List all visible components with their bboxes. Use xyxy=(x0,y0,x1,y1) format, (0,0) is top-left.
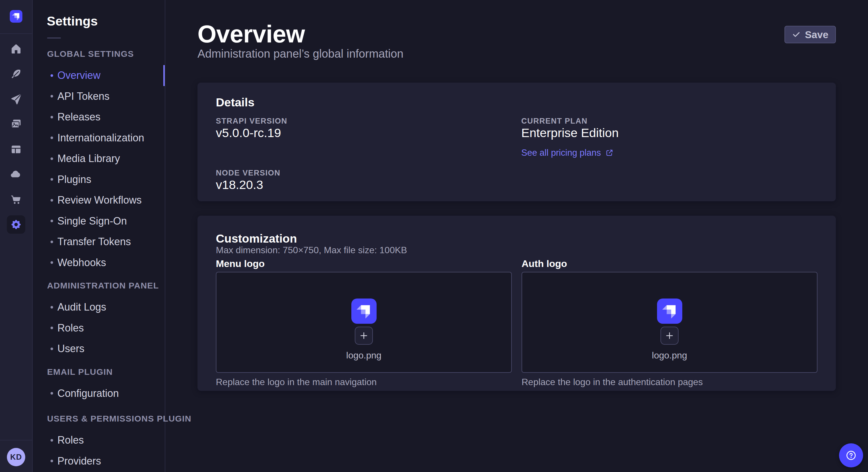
auth-logo-upload: Auth logo logo.png Replace the logo in t… xyxy=(522,258,817,388)
upload-label: Menu logo xyxy=(216,258,512,270)
subnav-item-up-roles[interactable]: Roles xyxy=(33,430,165,451)
upload-hint: Replace the logo in the main navigation xyxy=(216,376,512,388)
field-value: Enterprise Edition xyxy=(521,126,817,140)
section-label: EMAIL PLUGIN xyxy=(47,368,165,376)
menu-logo-upload: Menu logo logo.png Replace the logo in t… xyxy=(216,258,512,388)
subnav-section-administration-panel: ADMINISTRATION PANEL Audit Logs Roles Us… xyxy=(33,281,165,359)
subnav-item-single-sign-on[interactable]: Single Sign-On xyxy=(33,211,165,232)
subnav-item-plugins[interactable]: Plugins xyxy=(33,169,165,190)
subnav-item-users[interactable]: Users xyxy=(33,338,165,359)
bullet-icon xyxy=(51,136,53,139)
upload-hint: Replace the logo in the authentication p… xyxy=(522,376,817,388)
field-node-version: NODE VERSION v18.20.3 xyxy=(216,168,512,192)
page-header: Overview Administration panel’s global i… xyxy=(165,0,868,61)
bullet-icon xyxy=(51,158,53,160)
subnav-item-media-library[interactable]: Media Library xyxy=(33,148,165,169)
field-value: v5.0.0-rc.19 xyxy=(216,126,512,140)
subnav-section-users-permissions-plugin: USERS & PERMISSIONS PLUGIN Roles Provide… xyxy=(33,415,165,471)
main-content: Overview Administration panel’s global i… xyxy=(165,0,868,472)
external-link-icon xyxy=(606,149,613,157)
subnav-item-transfer-tokens[interactable]: Transfer Tokens xyxy=(33,231,165,252)
details-card: Details STRAPI VERSION v5.0.0-rc.19 CURR… xyxy=(197,82,836,201)
home-icon[interactable] xyxy=(7,40,25,58)
subnav-section-email-plugin: EMAIL PLUGIN Configuration xyxy=(33,368,165,404)
bullet-icon xyxy=(51,392,53,395)
strapi-logo-preview-icon xyxy=(351,299,377,324)
subnav-item-api-tokens[interactable]: API Tokens xyxy=(33,86,165,107)
page-subtitle: Administration panel’s global informatio… xyxy=(197,47,836,61)
section-label: GLOBAL SETTINGS xyxy=(47,50,165,58)
bullet-icon xyxy=(51,460,53,462)
subnav-item-webhooks[interactable]: Webhooks xyxy=(33,252,165,273)
upload-filename: logo.png xyxy=(346,350,381,361)
auth-logo-dropzone[interactable]: logo.png xyxy=(522,272,817,373)
field-label: CURRENT PLAN xyxy=(521,116,817,126)
field-label: NODE VERSION xyxy=(216,168,512,178)
section-label: ADMINISTRATION PANEL xyxy=(47,281,165,290)
bullet-icon xyxy=(51,327,53,329)
customization-card-title: Customization xyxy=(216,232,817,245)
subnav-item-roles[interactable]: Roles xyxy=(33,318,165,339)
plus-icon xyxy=(665,331,674,340)
subnav-item-audit-logs[interactable]: Audit Logs xyxy=(33,297,165,318)
field-label: STRAPI VERSION xyxy=(216,116,512,126)
subnav-item-releases[interactable]: Releases xyxy=(33,107,165,128)
marketplace-cart-icon[interactable] xyxy=(7,191,25,209)
subnav-item-review-workflows[interactable]: Review Workflows xyxy=(33,190,165,211)
details-card-title: Details xyxy=(216,96,817,109)
page-title: Overview xyxy=(197,22,836,47)
bullet-icon xyxy=(51,178,53,181)
main-navigation: KD xyxy=(0,0,33,472)
customization-card: Customization Max dimension: 750×750, Ma… xyxy=(197,216,836,391)
bullet-icon xyxy=(51,306,53,308)
subnav-section-global-settings: GLOBAL SETTINGS Overview API Tokens Rele… xyxy=(33,50,165,273)
settings-gear-icon[interactable] xyxy=(7,215,25,234)
add-logo-button[interactable] xyxy=(660,327,679,345)
upload-label: Auth logo xyxy=(522,258,817,270)
releases-paper-plane-icon[interactable] xyxy=(7,90,25,108)
bullet-icon xyxy=(51,261,53,264)
deploy-cloud-icon[interactable] xyxy=(7,165,25,183)
question-mark-icon xyxy=(844,449,858,462)
field-current-plan: CURRENT PLAN Enterprise Edition See all … xyxy=(521,116,817,158)
bullet-icon xyxy=(51,74,53,77)
bullet-icon xyxy=(51,116,53,119)
user-avatar[interactable]: KD xyxy=(7,448,25,466)
avatar-divider xyxy=(0,440,32,440)
add-logo-button[interactable] xyxy=(355,327,373,345)
bullet-icon xyxy=(51,199,53,202)
strapi-logo-icon[interactable] xyxy=(10,10,22,23)
menu-logo-dropzone[interactable]: logo.png xyxy=(216,272,512,373)
save-button[interactable]: Save xyxy=(784,26,836,43)
bullet-icon xyxy=(51,347,53,350)
check-icon xyxy=(792,30,801,39)
subnav-item-internationalization[interactable]: Internationalization xyxy=(33,128,165,148)
section-label: USERS & PERMISSIONS PLUGIN xyxy=(47,415,165,423)
subnav-title: Settings xyxy=(47,13,165,29)
plus-icon xyxy=(359,331,369,340)
settings-subnav: Settings GLOBAL SETTINGS Overview API To… xyxy=(33,0,165,472)
bullet-icon xyxy=(51,95,53,98)
strapi-logo-preview-icon xyxy=(657,299,682,324)
field-value: v18.20.3 xyxy=(216,178,512,192)
bullet-icon xyxy=(51,220,53,222)
pricing-plans-link[interactable]: See all pricing plans xyxy=(521,148,613,158)
content-manager-feather-icon[interactable] xyxy=(7,65,25,83)
content-type-builder-layout-icon[interactable] xyxy=(7,140,25,159)
bullet-icon xyxy=(51,439,53,442)
bullet-icon xyxy=(51,241,53,243)
upload-filename: logo.png xyxy=(652,350,687,361)
subnav-item-providers[interactable]: Providers xyxy=(33,451,165,472)
customization-card-subtitle: Max dimension: 750×750, Max file size: 1… xyxy=(216,245,817,255)
subnav-title-divider xyxy=(47,38,61,38)
subnav-item-configuration[interactable]: Configuration xyxy=(33,383,165,404)
subnav-item-overview[interactable]: Overview xyxy=(33,65,165,86)
media-library-images-icon[interactable] xyxy=(7,115,25,133)
help-button[interactable] xyxy=(839,443,863,467)
field-strapi-version: STRAPI VERSION v5.0.0-rc.19 xyxy=(216,116,512,158)
